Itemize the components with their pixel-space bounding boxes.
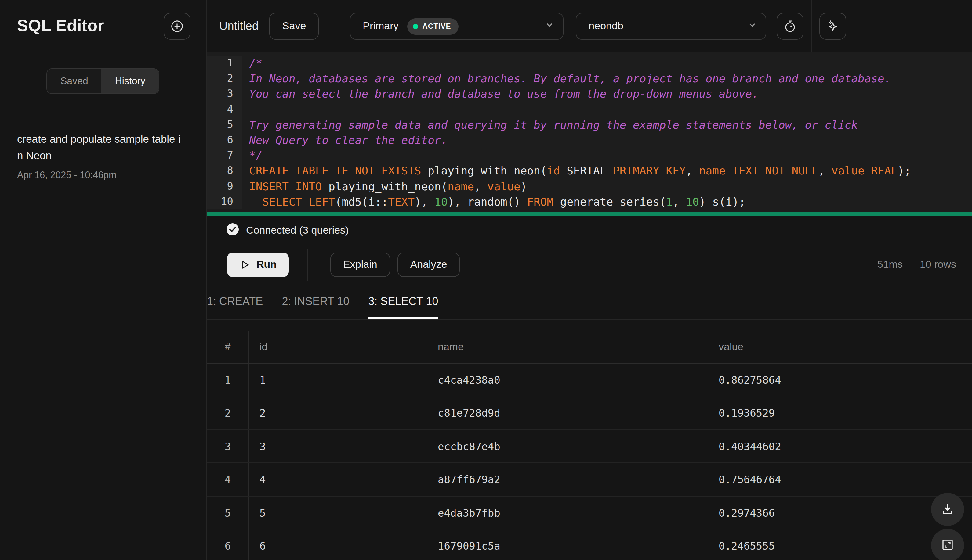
tab-history[interactable]: History <box>102 69 159 93</box>
code-line[interactable]: 3You can select the branch and database … <box>207 86 972 102</box>
cell-value: 0.40344602 <box>708 440 972 452</box>
sparkles-icon <box>825 19 840 33</box>
run-button[interactable]: Run <box>227 253 289 277</box>
chevron-down-icon <box>545 20 554 32</box>
history-item[interactable]: create and populate sample table in Neon… <box>17 131 189 180</box>
plus-circle-icon <box>170 18 184 33</box>
history-item-title: create and populate sample table in Neon <box>17 131 183 164</box>
code-text: SELECT LEFT(md5(i::TEXT), 10), random() … <box>242 194 746 209</box>
status-dot <box>412 23 418 29</box>
cell-id: 5 <box>249 507 427 519</box>
line-number: 2 <box>207 71 242 86</box>
sql-code-editor[interactable]: 1/*2In Neon, databases are stored on bra… <box>207 52 972 212</box>
line-number: 7 <box>207 148 242 163</box>
database-select[interactable]: neondb <box>576 13 766 40</box>
result-tab-1[interactable]: 1: CREATE <box>207 284 263 319</box>
tab-saved[interactable]: Saved <box>47 69 102 93</box>
results-area: #idnamevalue11c4ca4238a00.8627586422c81e… <box>207 320 972 560</box>
code-line[interactable]: 2In Neon, databases are stored on branch… <box>207 71 972 86</box>
code-line[interactable]: 1/* <box>207 55 972 71</box>
toolbar-divider <box>811 0 812 52</box>
actions-divider <box>307 249 308 281</box>
cell-name: c4ca4238a0 <box>427 374 708 386</box>
query-row-count: 10 rows <box>920 259 956 271</box>
cell-id: 1 <box>249 374 427 386</box>
history-item-timestamp: Apr 16, 2025 - 10:46pm <box>17 170 189 180</box>
code-text: Try generating sample data and querying … <box>242 117 858 132</box>
line-number: 3 <box>207 86 242 102</box>
line-number: 9 <box>207 178 242 194</box>
code-line[interactable]: 5Try generating sample data and querying… <box>207 117 972 132</box>
stopwatch-icon <box>783 19 797 33</box>
sidebar: SQL Editor Saved History create and popu… <box>0 0 207 560</box>
code-line[interactable]: 7*/ <box>207 148 972 163</box>
code-text <box>242 102 249 117</box>
branch-name: Primary <box>363 20 398 32</box>
result-tab-3[interactable]: 3: SELECT 10 <box>368 284 438 319</box>
code-text: */ <box>242 148 262 163</box>
code-text: In Neon, databases are stored on branche… <box>242 71 891 86</box>
code-text: CREATE TABLE IF NOT EXISTS playing_with_… <box>242 163 911 178</box>
query-success-bar <box>207 212 972 216</box>
sidebar-header: SQL Editor <box>0 0 206 52</box>
play-icon <box>239 260 250 270</box>
branch-select[interactable]: Primary ACTIVE <box>350 13 564 40</box>
run-button-label: Run <box>256 259 276 271</box>
table-row[interactable]: 44a87ff679a20.75646764 <box>207 463 972 497</box>
column-header-id: id <box>249 341 427 353</box>
row-number: 3 <box>207 430 249 463</box>
download-icon <box>940 501 955 518</box>
line-number: 10 <box>207 194 242 209</box>
line-number: 6 <box>207 132 242 148</box>
query-name: Untitled <box>219 20 259 33</box>
cell-name: eccbc87e4b <box>427 440 708 452</box>
ai-assist-button[interactable] <box>819 13 846 40</box>
cell-name: e4da3b7fbb <box>427 507 708 519</box>
cell-id: 2 <box>249 407 427 419</box>
code-text: /* <box>242 55 262 71</box>
line-number: 5 <box>207 117 242 132</box>
explain-button[interactable]: Explain <box>330 253 390 277</box>
query-duration: 51ms <box>877 259 903 271</box>
row-number: 6 <box>207 530 249 560</box>
table-row[interactable]: 22c81e728d9d0.1936529 <box>207 397 972 430</box>
save-button[interactable]: Save <box>269 13 319 40</box>
code-text: INSERT INTO playing_with_neon(name, valu… <box>242 178 527 194</box>
expand-icon <box>940 537 955 553</box>
cell-id: 6 <box>249 540 427 552</box>
code-line[interactable]: 9INSERT INTO playing_with_neon(name, val… <box>207 178 972 194</box>
cell-name: a87ff679a2 <box>427 473 708 486</box>
download-results-button[interactable] <box>931 493 964 526</box>
new-query-button[interactable] <box>164 13 191 39</box>
code-line[interactable]: 4 <box>207 102 972 117</box>
connection-status-row: Connected (3 queries) <box>207 216 972 247</box>
connection-status-text: Connected (3 queries) <box>246 225 349 237</box>
page-title: SQL Editor <box>17 17 104 35</box>
code-line[interactable]: 10 SELECT LEFT(md5(i::TEXT), 10), random… <box>207 194 972 209</box>
database-name: neondb <box>589 20 623 32</box>
result-tab-2[interactable]: 2: INSERT 10 <box>282 284 349 319</box>
query-actions-row: Run Explain Analyze 51ms 10 rows <box>207 247 972 284</box>
line-number: 8 <box>207 163 242 178</box>
saved-history-toggle: Saved History <box>47 68 159 94</box>
cell-value: 0.75646764 <box>708 473 972 486</box>
table-row[interactable]: 11c4ca4238a00.86275864 <box>207 364 972 397</box>
table-row[interactable]: 33eccbc87e4b0.40344602 <box>207 430 972 463</box>
query-history-timer-button[interactable] <box>776 13 803 40</box>
row-number: 1 <box>207 364 249 397</box>
table-row[interactable]: 661679091c5a0.2465555 <box>207 530 972 560</box>
table-row[interactable]: 55e4da3b7fbb0.2974366 <box>207 497 972 530</box>
cell-name: 1679091c5a <box>427 540 708 552</box>
row-number: 2 <box>207 397 249 430</box>
column-header-name: name <box>427 341 708 353</box>
code-line[interactable]: 8CREATE TABLE IF NOT EXISTS playing_with… <box>207 163 972 178</box>
row-number: 4 <box>207 463 249 496</box>
main-panel: Untitled Save Primary ACTIVE neondb <box>207 0 972 560</box>
code-line[interactable]: 6New Query to clear the editor. <box>207 132 972 148</box>
status-badge-label: ACTIVE <box>422 22 451 30</box>
toolbar-divider <box>333 0 333 52</box>
app-root: SQL Editor Saved History create and popu… <box>0 0 972 560</box>
analyze-button[interactable]: Analyze <box>398 253 460 277</box>
chevron-down-icon <box>747 20 757 32</box>
expand-results-button[interactable] <box>931 529 964 560</box>
